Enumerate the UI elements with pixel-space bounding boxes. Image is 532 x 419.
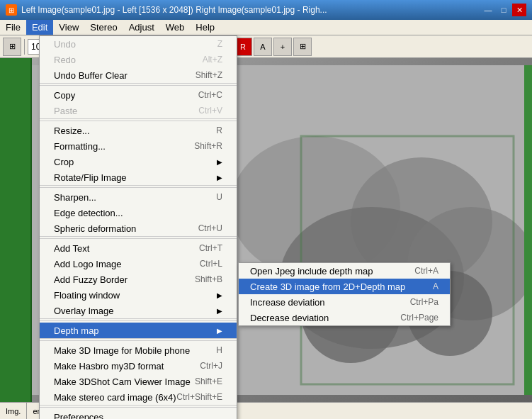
toolbar-sep-1: [24, 39, 25, 55]
toolbar-btn-10[interactable]: A: [254, 38, 272, 56]
sep-2: [40, 121, 237, 121]
menu-resize[interactable]: Resize... R: [40, 123, 237, 138]
menu-add-fuzzy[interactable]: Add Fuzzy Border Shift+B: [40, 272, 237, 287]
maximize-button[interactable]: □: [497, 4, 511, 16]
menu-undo[interactable]: Undo Z: [40, 36, 237, 52]
sep-6: [40, 340, 237, 341]
sep-1: [40, 85, 237, 86]
menu-section-depth: Depth map ▶: [40, 323, 237, 339]
sep-4: [40, 238, 237, 239]
depth-open-jpeg[interactable]: Open Jpeg include depth map Ctrl+A: [239, 263, 450, 279]
sep-3: [40, 187, 237, 188]
menu-stereo[interactable]: Stereo: [84, 20, 123, 35]
menu-copy[interactable]: Copy Ctrl+C: [40, 87, 237, 103]
menu-adjust[interactable]: Adjust: [123, 20, 160, 35]
menu-add-text[interactable]: Add Text Ctrl+T: [40, 240, 237, 256]
menu-redo[interactable]: Redo Alt+Z: [40, 52, 237, 67]
menu-section-undo: Undo Z Redo Alt+Z Undo Buffer Clear Shif…: [40, 36, 237, 84]
menu-make-3d-mobile[interactable]: Make 3D Image for Mobile phone H: [40, 342, 237, 358]
title-bar-buttons: — □ ✕: [481, 4, 526, 16]
menu-crop[interactable]: Crop ▶: [40, 154, 237, 169]
depth-increase-deviation[interactable]: Increase deviation Ctrl+Pa: [239, 294, 450, 310]
menu-overlay-image[interactable]: Overlay Image ▶: [40, 303, 237, 318]
menu-make-hasbro[interactable]: Make Hasbro my3D format Ctrl+J: [40, 358, 237, 374]
toolbar-btn-12[interactable]: ⊞: [293, 38, 312, 56]
depth-submenu: Open Jpeg include depth map Ctrl+A Creat…: [238, 262, 451, 326]
menu-bar: File Edit View Stereo Adjust Web Help: [0, 20, 532, 35]
toolbar-icon-1[interactable]: ⊞: [3, 38, 21, 56]
toolbar-btn-11[interactable]: +: [273, 38, 292, 56]
depth-create-3d[interactable]: Create 3D image from 2D+Depth map A: [239, 279, 450, 294]
depth-decrease-deviation[interactable]: Decrease deviation Ctrl+Page: [239, 310, 450, 325]
menu-section-3d: Make 3D Image for Mobile phone H Make Ha…: [40, 342, 237, 406]
menu-section-prefs: Preferences: [40, 409, 237, 419]
title-bar-left: ⊞ Left Image(sample01.jpg - Left [1536 x…: [6, 4, 327, 16]
menu-edit[interactable]: Edit: [26, 20, 53, 35]
menu-make-3dshot[interactable]: Make 3DShot Cam Viewer Image Shift+E: [40, 374, 237, 389]
menu-undo-buffer-clear[interactable]: Undo Buffer Clear Shift+Z: [40, 67, 237, 83]
edit-menu: Undo Z Redo Alt+Z Undo Buffer Clear Shif…: [39, 35, 237, 419]
menu-section-resize: Resize... R Formatting... Shift+R Crop ▶…: [40, 123, 237, 186]
menu-file[interactable]: File: [0, 20, 26, 35]
menu-section-copy: Copy Ctrl+C Paste Ctrl+V: [40, 87, 237, 119]
close-button[interactable]: ✕: [512, 4, 526, 16]
menu-sharpen[interactable]: Sharpen... U: [40, 189, 237, 205]
menu-rotate-flip[interactable]: Rotate/Flip Image ▶: [40, 169, 237, 185]
left-panel: [0, 58, 32, 402]
menu-depth-map[interactable]: Depth map ▶: [40, 323, 237, 338]
menu-preferences[interactable]: Preferences: [40, 409, 237, 419]
menu-floating-window[interactable]: Floating window ▶: [40, 287, 237, 303]
window-title: Left Image(sample01.jpg - Left [1536 x 2…: [21, 5, 327, 15]
menu-make-stereo-card[interactable]: Make stereo card image (6x4) Ctrl+Shift+…: [40, 389, 237, 405]
svg-rect-8: [524, 65, 532, 395]
sep-7: [40, 407, 237, 408]
menu-section-effects: Sharpen... U Edge detection... Spheric d…: [40, 189, 237, 237]
menu-spheric-deformation[interactable]: Spheric deformation Ctrl+U: [40, 220, 237, 236]
minimize-button[interactable]: —: [481, 4, 495, 16]
menu-paste[interactable]: Paste Ctrl+V: [40, 103, 237, 118]
menu-help[interactable]: Help: [190, 20, 220, 35]
title-bar: ⊞ Left Image(sample01.jpg - Left [1536 x…: [0, 0, 532, 20]
menu-view[interactable]: View: [53, 20, 84, 35]
menu-edge-detection[interactable]: Edge detection...: [40, 205, 237, 220]
menu-section-add: Add Text Ctrl+T Add Logo Image Ctrl+L Ad…: [40, 240, 237, 319]
app-icon: ⊞: [6, 4, 17, 16]
sep-5: [40, 320, 237, 321]
menu-add-logo[interactable]: Add Logo Image Ctrl+L: [40, 256, 237, 272]
menu-web[interactable]: Web: [160, 20, 191, 35]
menu-formatting[interactable]: Formatting... Shift+R: [40, 138, 237, 154]
status-item-1: Img.: [0, 403, 27, 419]
